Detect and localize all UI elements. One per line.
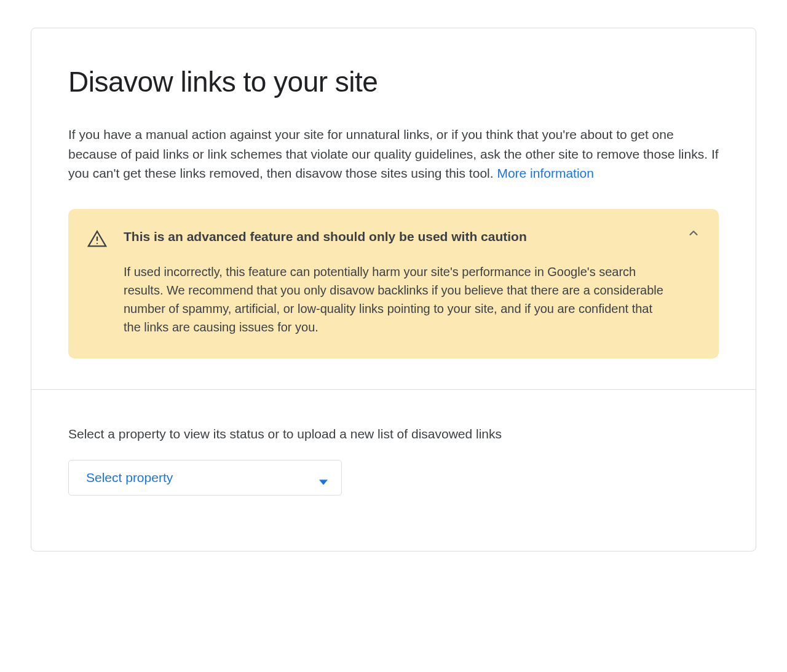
chevron-up-icon	[687, 226, 700, 242]
warning-title: This is an advanced feature and should o…	[124, 227, 670, 245]
select-property-dropdown[interactable]: Select property	[68, 460, 342, 496]
select-section: Select a property to view its status or …	[31, 390, 756, 551]
warning-triangle-icon	[87, 229, 108, 250]
svg-point-1	[97, 243, 98, 244]
collapse-button[interactable]	[684, 225, 703, 243]
description-paragraph: If you have a manual action against your…	[68, 125, 719, 183]
warning-content: This is an advanced feature and should o…	[124, 227, 700, 336]
description-text: If you have a manual action against your…	[68, 127, 719, 180]
disavow-card: Disavow links to your site If you have a…	[31, 28, 756, 551]
more-info-link[interactable]: More information	[497, 166, 594, 180]
dropdown-arrow-icon	[319, 473, 328, 482]
select-property-label: Select a property to view its status or …	[68, 427, 719, 441]
warning-banner: This is an advanced feature and should o…	[68, 209, 719, 358]
page-title: Disavow links to your site	[68, 65, 719, 99]
select-property-text: Select property	[86, 470, 173, 485]
warning-body: If used incorrectly, this feature can po…	[124, 263, 670, 336]
intro-section: Disavow links to your site If you have a…	[31, 28, 756, 389]
